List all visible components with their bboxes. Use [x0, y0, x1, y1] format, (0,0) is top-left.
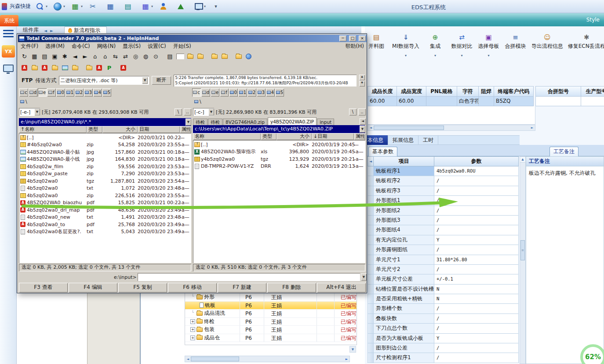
full-view-icon[interactable]: ▤ — [40, 51, 50, 61]
monitor-shortcut-icon[interactable] — [3, 65, 14, 72]
grid-horizontal-scrollbar[interactable] — [367, 125, 535, 131]
column-size[interactable]: 大小 — [277, 133, 312, 140]
param-value[interactable]: +/-0.1 — [434, 274, 519, 284]
grid-blue-icon[interactable] — [141, 2, 155, 11]
col-prod-model[interactable]: 生产型号 — [581, 86, 604, 97]
tab-basic-params[interactable]: 基本参数 — [368, 147, 397, 156]
home-icon[interactable]: ⌂ — [90, 51, 100, 61]
row-selector[interactable] — [367, 274, 374, 284]
menu-item[interactable]: 设置(C) — [148, 43, 166, 50]
scissors-icon[interactable] — [88, 2, 102, 11]
parameter-row[interactable]: 单元尺寸2 / — [367, 265, 519, 274]
dropdown-icon[interactable] — [34, 108, 40, 115]
menu-item[interactable]: 选择(M) — [45, 43, 65, 50]
dropdown-icon[interactable] — [142, 77, 148, 84]
drive-button[interactable]: 0 — [56, 88, 65, 97]
collapse-left-icon[interactable] — [367, 156, 374, 166]
function-key-button[interactable]: F3 查看 — [19, 283, 68, 292]
info-tab[interactable]: 基本信息 — [365, 135, 388, 145]
back-icon[interactable]: ◄ — [70, 51, 80, 61]
file-row[interactable]: 4b5zq02wa0各层更改?. txt 5,043 2020/03/20 23… — [19, 228, 191, 236]
row-selector[interactable] — [367, 324, 374, 333]
col-pnl[interactable]: PNL规格 — [426, 86, 457, 97]
process-row[interactable]: + 成品仓 P6 王娟 已编写 — [185, 334, 357, 342]
search-icon[interactable] — [35, 2, 49, 11]
scroll-right-icon[interactable] — [344, 357, 349, 361]
scroll-right-icon[interactable] — [529, 126, 535, 130]
param-value[interactable]: Y — [434, 334, 519, 343]
dropdown-caret-icon[interactable] — [46, 4, 49, 8]
column-date[interactable]: ↓日期 — [312, 133, 354, 140]
row-selector[interactable] — [367, 245, 374, 255]
user-icon[interactable] — [158, 2, 172, 11]
separator[interactable] — [205, 51, 209, 61]
folder-3-icon[interactable] — [70, 63, 80, 72]
col-param[interactable]: 参数 — [434, 156, 519, 166]
folder-tab[interactable]: 待检 — [208, 119, 222, 125]
drive-button[interactable]: d — [29, 88, 37, 97]
parameter-row[interactable]: 单元尺寸1 31.80*26.80 — [367, 255, 519, 265]
column-type[interactable]: 类型 — [261, 133, 277, 140]
file-row[interactable]: 4B5ZQ02WA0_biaozhu pdf 15,825 2020/03/21… — [19, 199, 191, 207]
process-row[interactable]: + 包装 P6 王娟 已编写 — [185, 326, 357, 334]
parameter-row[interactable]: 下刀点总个数 / — [367, 324, 519, 333]
column-name[interactable]: 名称 — [193, 133, 261, 140]
menu-item[interactable]: 显示(S) — [123, 43, 141, 50]
merge[interactable]: ≡ 合拼模块 — [506, 33, 525, 69]
parameter-row[interactable]: 外形图纸4 / — [367, 225, 519, 235]
chart-icon[interactable] — [176, 2, 190, 11]
parameter-row[interactable]: 外形图纸1 / — [367, 196, 519, 205]
close-button[interactable]: × — [359, 36, 366, 41]
col-char[interactable]: 字符 — [457, 86, 479, 97]
parameter-row[interactable]: 有无内定位孔 Y — [367, 235, 519, 245]
file-row[interactable]: #4b5zq02wa0 zip 54,258 2020/03/20 23:55 … — [19, 141, 191, 149]
table-green-icon[interactable] — [70, 2, 84, 11]
folder-d-icon[interactable] — [219, 51, 229, 61]
parameter-row[interactable]: 钻槽位置是否不设计铣槽 N — [367, 285, 519, 294]
tree-expander-icon[interactable]: + — [190, 335, 195, 340]
drive-button[interactable]: 1 — [238, 88, 247, 97]
folder-1-icon[interactable] — [29, 63, 40, 72]
home2-icon[interactable]: ⌂ — [100, 51, 110, 61]
left-root-label[interactable]: \ — [25, 99, 27, 105]
function-key-button[interactable]: F8 删除 — [267, 283, 316, 292]
drive-button[interactable]: e — [211, 88, 219, 97]
drive-button[interactable]: 3 — [84, 88, 93, 97]
path-history-icon[interactable] — [186, 119, 191, 126]
row-selector[interactable] — [367, 225, 374, 235]
tree-expander-icon[interactable]: └ — [190, 295, 195, 299]
row-selector[interactable] — [367, 334, 374, 343]
pdf-d-icon[interactable]: A — [118, 63, 128, 72]
style-label[interactable]: Style — [586, 17, 600, 23]
favorites-icon[interactable]: ✱ — [60, 51, 70, 61]
product-grid-row[interactable]: 60.00 60.00 白色字符 B5ZQ — [367, 97, 604, 106]
drive-button[interactable]: e — [38, 88, 47, 97]
function-key-button[interactable]: F7 新建 — [218, 283, 266, 292]
dropdown-caret-icon[interactable] — [81, 4, 84, 8]
drive-button[interactable]: 1 — [65, 88, 74, 97]
dropdown-caret-icon[interactable] — [151, 4, 155, 8]
row-selector[interactable] — [367, 206, 374, 216]
row-selector[interactable] — [367, 353, 374, 363]
param-value[interactable]: / — [434, 343, 519, 353]
tab-process-notes[interactable]: 工艺备注 — [549, 147, 579, 156]
ftp-disconnect-button[interactable]: 断开 — [152, 76, 171, 85]
col-item[interactable]: 项目 — [374, 156, 434, 166]
row-selector[interactable] — [367, 343, 374, 353]
dropdown-caret-icon[interactable] — [488, 54, 489, 58]
column-type[interactable]: 类型 — [87, 126, 102, 133]
param-value[interactable]: / — [434, 314, 519, 324]
col-mask[interactable]: 阻焊 — [479, 86, 494, 97]
tab-scroll-icon[interactable] — [360, 118, 366, 125]
yx-logo[interactable]: YX — [2, 45, 15, 58]
file-row[interactable]: 4b5zq02wa0_new txt 1,491 2020/03/20 23:4… — [19, 214, 191, 221]
row-selector[interactable] — [367, 285, 374, 294]
function-key-button[interactable]: Alt+F4 退出 — [317, 283, 366, 292]
col-customer[interactable]: 终端客户代码 — [494, 86, 534, 97]
parameter-vertical-scrollbar[interactable] — [520, 156, 526, 364]
row-selector[interactable] — [367, 304, 374, 314]
param-value[interactable]: / — [434, 206, 519, 216]
left-root-button[interactable]: \ — [175, 108, 182, 115]
image-tool-icon[interactable] — [60, 63, 70, 72]
scroll-thumb[interactable] — [520, 240, 525, 260]
